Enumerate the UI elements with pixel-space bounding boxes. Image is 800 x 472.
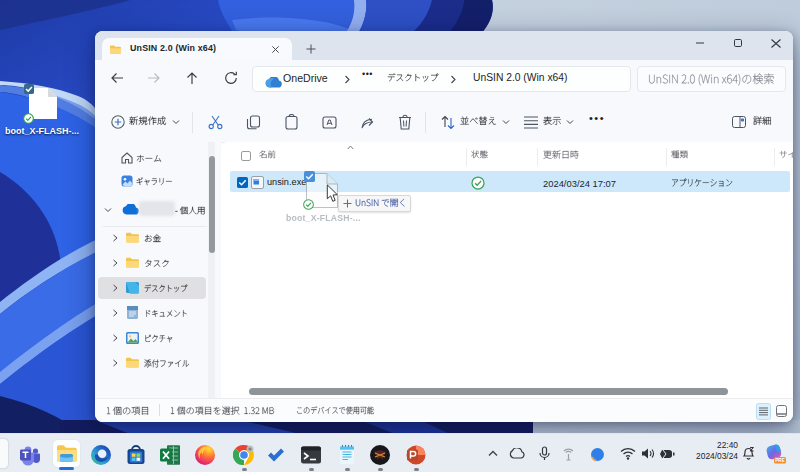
svg-text:PRE: PRE (775, 458, 784, 463)
